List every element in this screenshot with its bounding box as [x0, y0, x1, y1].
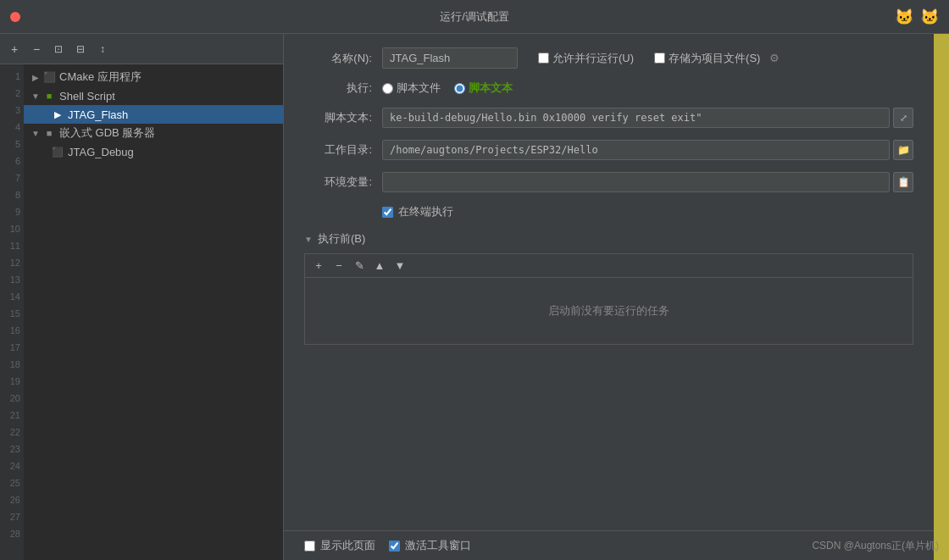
sort-button[interactable]: ↕: [93, 40, 112, 58]
terminal-checkbox-row: 在终端执行: [382, 204, 913, 219]
gear-icon[interactable]: ⚙: [767, 51, 782, 66]
gdb-arrow: ▼: [29, 126, 42, 140]
window-title: 运行/调试配置: [440, 9, 509, 25]
expand-script-btn[interactable]: ⤢: [893, 108, 913, 128]
edit-env-btn[interactable]: 📋: [893, 172, 913, 192]
line-numbers: 12345 678910 1112131415 1617181920 21222…: [0, 64, 24, 560]
shell-icon: ■: [42, 89, 56, 103]
execute-row: 执行: 脚本文件 脚本文本: [304, 80, 913, 96]
cmake-label: CMake 应用程序: [59, 69, 142, 85]
tree-item-jtag-debug[interactable]: ⬛ JTAG_Debug: [24, 142, 283, 161]
script-input-group: ⤢: [382, 108, 913, 128]
working-dir-input-group: 📁: [382, 140, 913, 160]
radio-script-file-input[interactable]: [382, 83, 393, 94]
radio-script-text-input[interactable]: [454, 83, 465, 94]
copy-button[interactable]: ⊡: [49, 40, 68, 58]
remove-button[interactable]: −: [27, 40, 46, 58]
tree-panel: ▶ ⬛ CMake 应用程序 ▼ ■ Shell Script ▶ JTAG_F…: [24, 64, 283, 560]
execute-radio-group: 脚本文件 脚本文本: [382, 80, 513, 96]
env-row: 环境变量: 📋: [304, 172, 913, 192]
store-as-project-group: 存储为项目文件(S) ⚙: [654, 51, 782, 66]
gdb-label: 嵌入式 GDB 服务器: [59, 125, 155, 141]
form-area: 名称(N): 允许并行运行(U) 存储为项目文件(S) ⚙ 执行:: [284, 34, 934, 530]
jtag-debug-icon: ⬛: [51, 145, 64, 158]
name-label: 名称(N):: [304, 51, 372, 66]
store-as-project-checkbox[interactable]: [654, 53, 665, 64]
flame-icon[interactable]: 🐱: [895, 8, 913, 26]
script-file-label: 脚本文件: [397, 80, 441, 96]
script-content-label: 脚本文本:: [304, 110, 372, 125]
browse-dir-btn[interactable]: 📁: [893, 140, 913, 160]
radio-script-file[interactable]: 脚本文件: [382, 80, 441, 96]
show-page-checkbox[interactable]: [304, 541, 315, 552]
working-dir-input[interactable]: [382, 140, 890, 160]
tree-item-gdb[interactable]: ▼ ■ 嵌入式 GDB 服务器: [24, 124, 283, 142]
before-run-down-btn[interactable]: ▼: [391, 258, 408, 274]
tree-item-jtag-flash[interactable]: ▶ JTAG_Flash: [24, 105, 283, 124]
main-container: + − ⊡ ⊟ ↕ 12345 678910 1112131415 161718…: [0, 34, 949, 560]
env-input[interactable]: [382, 172, 890, 192]
titlebar-icons: 🐱 🐱: [895, 8, 939, 26]
right-area: 名称(N): 允许并行运行(U) 存储为项目文件(S) ⚙ 执行:: [284, 34, 949, 560]
allow-parallel-label: 允许并行运行(U): [552, 51, 634, 66]
tree-item-cmake[interactable]: ▶ ⬛ CMake 应用程序: [24, 68, 283, 86]
name-input[interactable]: [382, 47, 518, 69]
before-run-empty-label: 启动前没有要运行的任务: [548, 303, 669, 319]
add-button[interactable]: +: [5, 40, 24, 58]
radio-script-text[interactable]: 脚本文本: [454, 80, 513, 96]
show-page-label: 显示此页面: [320, 538, 375, 553]
script-content-input[interactable]: [382, 108, 890, 128]
terminal-checkbox[interactable]: [382, 207, 393, 218]
working-dir-label: 工作目录:: [304, 142, 372, 158]
env-label: 环境变量:: [304, 175, 372, 190]
before-run-toolbar: + − ✎ ▲ ▼: [304, 253, 913, 277]
activate-tool-label: 激活工具窗口: [405, 538, 471, 553]
folder-button[interactable]: ⊟: [71, 40, 90, 58]
before-run-arrow: ▼: [304, 235, 313, 244]
traffic-lights: [10, 12, 51, 22]
watermark: CSDN @Augtons正(单片机): [812, 539, 939, 553]
show-page-group: 显示此页面: [304, 538, 375, 553]
name-row: 名称(N): 允许并行运行(U) 存储为项目文件(S) ⚙: [304, 47, 913, 69]
before-run-content: 启动前没有要运行的任务: [304, 277, 913, 345]
before-run-section[interactable]: ▼ 执行前(B): [304, 231, 913, 247]
activate-tool-checkbox[interactable]: [389, 541, 400, 552]
cmake-arrow: ▶: [29, 70, 42, 84]
close-dot[interactable]: [10, 12, 20, 22]
activate-tool-group: 激活工具窗口: [389, 538, 471, 553]
sidebar-toolbar: + − ⊡ ⊟ ↕: [0, 34, 283, 64]
content-panel: 名称(N): 允许并行运行(U) 存储为项目文件(S) ⚙ 执行:: [284, 34, 934, 560]
jtag-debug-label: JTAG_Debug: [68, 146, 134, 158]
store-as-project-label: 存储为项目文件(S): [669, 51, 760, 66]
working-dir-row: 工作目录: 📁: [304, 140, 913, 160]
allow-parallel-checkbox[interactable]: [538, 53, 549, 64]
execute-label: 执行:: [304, 80, 372, 96]
before-run-edit-btn[interactable]: ✎: [351, 258, 368, 274]
allow-parallel-group: 允许并行运行(U): [538, 51, 634, 66]
terminal-label: 在终端执行: [398, 204, 453, 219]
cmake-icon: ⬛: [42, 70, 56, 84]
shell-arrow: ▼: [29, 89, 42, 103]
shell-label: Shell Script: [59, 90, 115, 103]
before-run-remove-btn[interactable]: −: [330, 258, 347, 274]
script-text-label: 脚本文本: [469, 80, 513, 96]
right-note: [934, 34, 949, 560]
before-run-up-btn[interactable]: ▲: [371, 258, 388, 274]
jtag-flash-icon: ▶: [51, 108, 64, 121]
sidebar: + − ⊡ ⊟ ↕ 12345 678910 1112131415 161718…: [0, 34, 284, 560]
titlebar: 运行/调试配置 🐱 🐱: [0, 0, 949, 34]
before-run-label: 执行前(B): [318, 231, 365, 247]
script-content-row: 脚本文本: ⤢: [304, 108, 913, 128]
tree-item-shell[interactable]: ▼ ■ Shell Script: [24, 86, 283, 105]
jtag-flash-label: JTAG_Flash: [68, 108, 128, 121]
before-run-add-btn[interactable]: +: [310, 258, 327, 274]
gdb-icon: ■: [42, 126, 56, 140]
env-input-group: 📋: [382, 172, 913, 192]
cat-icon[interactable]: 🐱: [920, 8, 939, 26]
sidebar-content: 12345 678910 1112131415 1617181920 21222…: [0, 64, 283, 560]
